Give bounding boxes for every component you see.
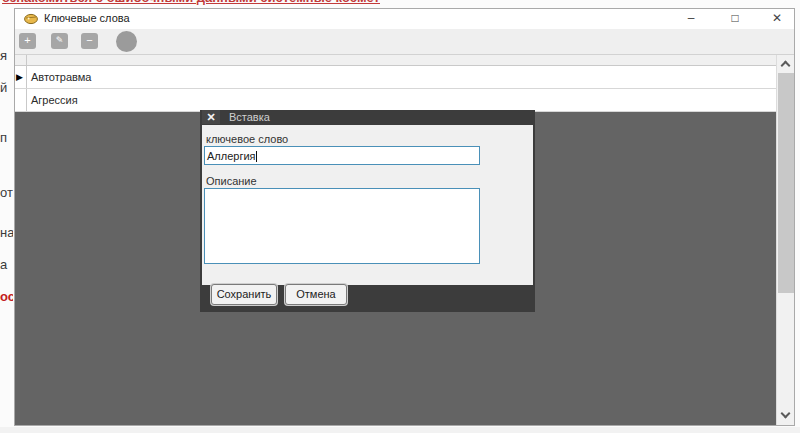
gutter-divider bbox=[26, 89, 27, 111]
row-label: Автотравма bbox=[31, 71, 91, 83]
toolbar: + ✎ − bbox=[15, 29, 794, 55]
window-titlebar[interactable]: Ключевые слова – □ ✕ bbox=[15, 9, 794, 29]
background-text-fragment: я bbox=[0, 48, 13, 63]
background-text-fragment: на bbox=[0, 225, 13, 240]
save-button[interactable]: Сохранить bbox=[211, 284, 277, 305]
text-caret bbox=[256, 151, 257, 162]
vertical-scrollbar[interactable] bbox=[776, 55, 794, 425]
description-label: Описание bbox=[206, 175, 257, 187]
add-icon[interactable]: + bbox=[19, 33, 36, 49]
background-clipped-headline: ознакомиться с ошибочными данными систем… bbox=[0, 0, 380, 7]
scroll-down-icon[interactable] bbox=[777, 407, 794, 425]
gutter-divider bbox=[26, 66, 27, 88]
background-text-fragment: а bbox=[0, 257, 13, 272]
desktop-background bbox=[0, 427, 800, 433]
description-textarea[interactable] bbox=[204, 188, 480, 264]
window-title: Ключевые слова bbox=[44, 12, 130, 24]
table-row[interactable]: ▶ Автотравма bbox=[15, 66, 776, 89]
scroll-up-icon[interactable] bbox=[777, 55, 794, 73]
dialog-title: Вставка bbox=[229, 111, 270, 123]
dialog-footer: Сохранить Отмена bbox=[200, 285, 535, 312]
maximize-button[interactable]: □ bbox=[720, 9, 750, 29]
background-text-fragment: от bbox=[0, 185, 13, 200]
background-text-fragment: ос bbox=[0, 289, 13, 304]
keyword-input[interactable]: Аллергия bbox=[204, 146, 480, 165]
edit-icon[interactable]: ✎ bbox=[51, 33, 68, 49]
keyword-label: ключевое слово bbox=[206, 133, 288, 145]
current-row-indicator: ▶ bbox=[16, 72, 23, 82]
remove-icon[interactable]: − bbox=[81, 33, 98, 49]
dialog-titlebar: ✕ Вставка bbox=[200, 110, 535, 124]
cancel-button[interactable]: Отмена bbox=[285, 284, 347, 305]
row-label: Агрессия bbox=[31, 94, 78, 106]
dialog-close-icon[interactable]: ✕ bbox=[202, 110, 220, 124]
scrollbar-thumb[interactable] bbox=[778, 73, 794, 293]
keyword-input-value: Аллергия bbox=[207, 150, 256, 162]
dialog-body: ключевое слово Аллергия Описание bbox=[202, 125, 533, 285]
background-text-fragment: й bbox=[0, 80, 13, 95]
keywords-grid: ▶ Автотравма Агрессия bbox=[15, 55, 776, 112]
minimize-button[interactable]: – bbox=[676, 9, 706, 29]
grid-header bbox=[15, 55, 776, 66]
gutter-divider bbox=[26, 55, 27, 65]
background-text-fragment: п bbox=[0, 130, 13, 145]
insert-dialog: ✕ Вставка ключевое слово Аллергия Описан… bbox=[200, 110, 535, 312]
status-circle-icon[interactable] bbox=[116, 31, 137, 52]
app-icon bbox=[24, 12, 38, 25]
table-row[interactable]: Агрессия bbox=[15, 89, 776, 112]
close-button[interactable]: ✕ bbox=[762, 9, 792, 29]
